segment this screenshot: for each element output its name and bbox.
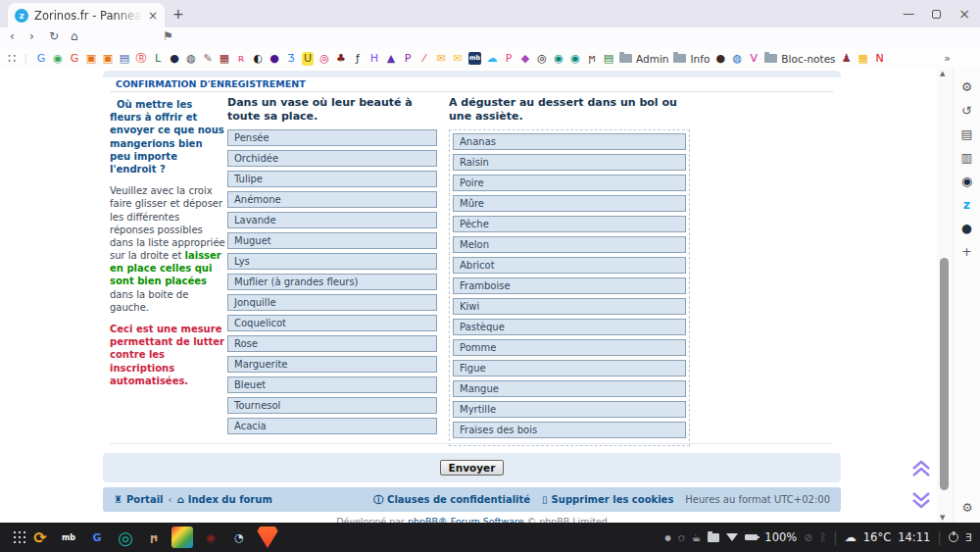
draggable-answer-item[interactable]: Poire: [453, 175, 686, 191]
zorin-icon[interactable]: z: [963, 197, 970, 212]
scrollbar-up-icon[interactable]: ▲: [940, 70, 945, 77]
minimize-button[interactable]: —: [903, 7, 914, 21]
draggable-answer-item[interactable]: Anémone: [227, 191, 437, 208]
draggable-answer-item[interactable]: Pastèque: [453, 319, 686, 335]
history-icon[interactable]: ↺: [961, 103, 971, 118]
indicator-dot-icon[interactable]: ●: [664, 533, 671, 542]
bookmark-item[interactable]: ʀ: [233, 52, 249, 66]
draggable-answer-item[interactable]: Figue: [453, 360, 686, 376]
reader-icon[interactable]: ▥: [961, 150, 973, 165]
bookmark-item[interactable]: Ʒ: [283, 52, 299, 66]
bookmark-item[interactable]: N: [872, 52, 888, 66]
draggable-answer-item[interactable]: Pomme: [453, 339, 686, 356]
bookmark-item[interactable]: ▤: [601, 52, 616, 66]
bookmark-item[interactable]: ◍: [729, 52, 745, 66]
updates-app[interactable]: ⟳: [29, 527, 51, 548]
drop-zone[interactable]: Ananas Raisin Poire Mûre Pêche Melon Abr…: [449, 129, 690, 446]
draggable-answer-item[interactable]: Pensée: [227, 129, 437, 146]
draggable-answer-item[interactable]: Acacia: [227, 418, 437, 434]
teal-cam-app[interactable]: ◎: [115, 527, 136, 548]
browser-tab[interactable]: z Zorinos.fr - Panneau d ×: [8, 3, 165, 27]
monkey-app[interactable]: ϻ: [143, 527, 165, 548]
draggable-answer-item[interactable]: Jonquille: [227, 294, 437, 311]
bookmark-item[interactable]: ▤: [117, 52, 132, 66]
draggable-answer-item[interactable]: Marguerite: [227, 356, 437, 373]
draggable-answer-item[interactable]: Melon: [453, 236, 686, 253]
draggable-answer-item[interactable]: Raisin: [453, 154, 686, 171]
restore-button[interactable]: [932, 10, 941, 19]
phpbb-link[interactable]: phpBB® Forum Software: [408, 516, 524, 523]
battery-icon[interactable]: [745, 534, 758, 540]
bookmark-item[interactable]: ▣: [100, 52, 116, 66]
bookmark-item[interactable]: Info: [671, 53, 711, 65]
bookmark-item[interactable]: ◉: [567, 52, 583, 66]
caffeine-icon[interactable]: ☕: [691, 531, 701, 544]
bookmark-item[interactable]: ◎: [534, 52, 550, 66]
submit-button[interactable]: Envoyer: [440, 460, 505, 476]
scroll-to-top-button[interactable]: [904, 459, 939, 478]
draggable-answer-item[interactable]: Myrtille: [453, 401, 686, 418]
bookmark-item[interactable]: ▦: [217, 52, 232, 66]
bookmark-item[interactable]: ◐: [250, 52, 266, 66]
portal-link[interactable]: ♜ Portail: [114, 494, 163, 505]
forum-index-link[interactable]: ⌂ Index du forum: [176, 494, 271, 505]
clock-text[interactable]: 14:11: [898, 530, 930, 544]
bookmark-item[interactable]: mb: [466, 52, 483, 65]
draggable-answer-item[interactable]: Abricot: [453, 257, 686, 274]
power-icon[interactable]: [949, 532, 958, 542]
add-icon[interactable]: +: [961, 244, 971, 259]
sidebar-settings-icon[interactable]: ⚙: [954, 500, 980, 515]
bookmark-item[interactable]: ◆: [517, 52, 533, 66]
bookmark-item[interactable]: ☁: [484, 52, 500, 66]
brave-app[interactable]: [257, 527, 278, 548]
camera-app[interactable]: ◉: [200, 527, 221, 548]
indicator-ring-icon[interactable]: ○: [678, 533, 685, 542]
bookmark-item[interactable]: ϻ: [584, 52, 600, 66]
bookmark-item[interactable]: ◎: [317, 52, 332, 66]
draggable-answer-item[interactable]: Ananas: [453, 133, 686, 150]
bookmark-item[interactable]: ◉: [551, 52, 566, 66]
bookmark-item[interactable]: U: [300, 52, 316, 66]
share-circle-icon[interactable]: ◉: [961, 174, 972, 188]
bookmark-item[interactable]: ▦: [856, 52, 871, 66]
bookmark-item[interactable]: ♟: [839, 52, 855, 66]
draggable-answer-item[interactable]: Muguet: [227, 232, 437, 249]
draggable-answer-item[interactable]: Lavande: [227, 212, 437, 228]
bookmark-item[interactable]: ●: [167, 52, 182, 66]
bookmark-item[interactable]: G: [67, 52, 82, 66]
bookmark-item[interactable]: Ⓡ: [133, 52, 149, 66]
bookmark-item[interactable]: ◉: [50, 52, 66, 66]
mb-app[interactable]: mb: [58, 527, 79, 548]
draggable-answer-item[interactable]: Kiwi: [453, 298, 686, 315]
vertical-scrollbar[interactable]: ▲ ▼: [937, 69, 952, 523]
draggable-answer-item[interactable]: Muflier (à grandes fleurs): [227, 274, 437, 290]
bookmark-item[interactable]: P: [400, 52, 416, 66]
bookmark-item[interactable]: ✉: [433, 52, 449, 66]
files-tray-icon[interactable]: [708, 533, 719, 542]
bookmark-item[interactable]: L: [150, 52, 166, 66]
bookmark-item[interactable]: ♣: [333, 52, 349, 66]
back-icon[interactable]: ‹: [10, 29, 15, 43]
bookmark-item[interactable]: G: [33, 52, 49, 66]
tab-close-icon[interactable]: ×: [148, 9, 158, 23]
window-close-button[interactable]: ×: [958, 6, 970, 22]
draggable-answer-item[interactable]: Lys: [227, 253, 437, 270]
wifi-icon[interactable]: [726, 533, 738, 541]
draggable-answer-item[interactable]: Orchidée: [227, 150, 437, 167]
bookmark-item[interactable]: V: [746, 52, 761, 66]
home-icon[interactable]: ⌂: [71, 29, 78, 43]
bird-icon[interactable]: ●: [961, 221, 972, 235]
draggable-answer-item[interactable]: Mûre: [453, 195, 686, 212]
draggable-answer-item[interactable]: Fraises des bois: [453, 422, 686, 438]
reload-icon[interactable]: ↻: [49, 29, 59, 43]
bookmark-item[interactable]: P: [501, 52, 516, 66]
weather-cloud-icon[interactable]: ☁: [845, 530, 857, 544]
delete-cookies-link[interactable]: ▯ Supprimer les cookies: [542, 494, 673, 505]
scrollbar-thumb[interactable]: [940, 258, 949, 490]
draggable-answer-item[interactable]: Coquelicot: [227, 315, 437, 331]
draggable-answer-item[interactable]: Rose: [227, 335, 437, 352]
app-menu-icon[interactable]: [14, 531, 16, 533]
bluetooth-icon[interactable]: ᛒ: [819, 531, 826, 544]
bookmark-item[interactable]: ◍: [183, 52, 199, 66]
google-app[interactable]: G: [86, 527, 108, 548]
